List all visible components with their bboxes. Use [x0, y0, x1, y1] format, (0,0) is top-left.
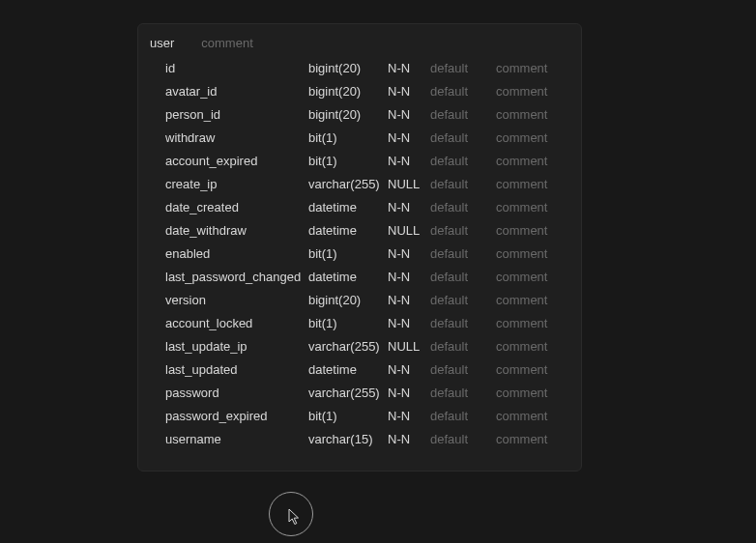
- column-comment[interactable]: comment: [496, 246, 560, 261]
- column-default[interactable]: default: [430, 246, 496, 261]
- column-default[interactable]: default: [430, 177, 496, 191]
- column-name[interactable]: password_expired: [165, 409, 308, 423]
- column-type[interactable]: bit(1): [308, 130, 388, 145]
- column-row[interactable]: account_expiredbit(1)N-Ndefaultcomment: [138, 149, 581, 172]
- column-comment[interactable]: comment: [496, 107, 560, 122]
- column-default[interactable]: default: [430, 61, 496, 75]
- column-nullability[interactable]: N-N: [388, 84, 430, 99]
- column-comment[interactable]: comment: [496, 84, 560, 99]
- column-nullability[interactable]: NULL: [388, 339, 430, 354]
- column-comment[interactable]: comment: [496, 339, 560, 354]
- column-nullability[interactable]: N-N: [388, 270, 430, 284]
- column-name[interactable]: last_update_ip: [165, 339, 308, 354]
- column-default[interactable]: default: [430, 107, 496, 122]
- column-name[interactable]: account_locked: [165, 316, 308, 330]
- column-type[interactable]: varchar(255): [308, 177, 388, 191]
- column-type[interactable]: varchar(255): [308, 386, 388, 400]
- column-row[interactable]: usernamevarchar(15)N-Ndefaultcomment: [138, 427, 581, 450]
- column-name[interactable]: version: [165, 293, 308, 307]
- column-default[interactable]: default: [430, 316, 496, 330]
- column-row[interactable]: last_update_ipvarchar(255)NULLdefaultcom…: [138, 334, 581, 357]
- column-comment[interactable]: comment: [496, 432, 560, 446]
- column-row[interactable]: withdrawbit(1)N-Ndefaultcomment: [138, 126, 581, 149]
- column-type[interactable]: datetime: [308, 223, 388, 238]
- column-comment[interactable]: comment: [496, 154, 560, 168]
- column-comment[interactable]: comment: [496, 362, 560, 377]
- column-name[interactable]: person_id: [165, 107, 308, 122]
- column-row[interactable]: account_lockedbit(1)N-Ndefaultcomment: [138, 311, 581, 334]
- column-type[interactable]: bigint(20): [308, 61, 388, 75]
- column-row[interactable]: idbigint(20)N-Ndefaultcomment: [138, 56, 581, 79]
- column-default[interactable]: default: [430, 409, 496, 423]
- column-name[interactable]: last_password_changed: [165, 270, 308, 284]
- column-type[interactable]: datetime: [308, 362, 388, 377]
- column-default[interactable]: default: [430, 339, 496, 354]
- column-type[interactable]: bit(1): [308, 316, 388, 330]
- column-name[interactable]: password: [165, 386, 308, 400]
- column-comment[interactable]: comment: [496, 316, 560, 330]
- column-type[interactable]: bit(1): [308, 246, 388, 261]
- column-row[interactable]: password_expiredbit(1)N-Ndefaultcomment: [138, 404, 581, 427]
- column-nullability[interactable]: N-N: [388, 246, 430, 261]
- column-row[interactable]: last_updateddatetimeN-Ndefaultcomment: [138, 357, 581, 381]
- column-type[interactable]: datetime: [308, 200, 388, 214]
- column-nullability[interactable]: N-N: [388, 386, 430, 400]
- column-row[interactable]: enabledbit(1)N-Ndefaultcomment: [138, 242, 581, 265]
- column-default[interactable]: default: [430, 200, 496, 214]
- column-row[interactable]: date_withdrawdatetimeNULLdefaultcomment: [138, 218, 581, 242]
- column-type[interactable]: bit(1): [308, 154, 388, 168]
- column-row[interactable]: date_createddatetimeN-Ndefaultcomment: [138, 195, 581, 218]
- column-row[interactable]: person_idbigint(20)N-Ndefaultcomment: [138, 102, 581, 126]
- column-row[interactable]: avatar_idbigint(20)N-Ndefaultcomment: [138, 79, 581, 102]
- column-name[interactable]: date_withdraw: [165, 223, 308, 238]
- column-nullability[interactable]: N-N: [388, 432, 430, 446]
- column-comment[interactable]: comment: [496, 270, 560, 284]
- column-comment[interactable]: comment: [496, 200, 560, 214]
- column-name[interactable]: date_created: [165, 200, 308, 214]
- column-type[interactable]: bigint(20): [308, 84, 388, 99]
- column-comment[interactable]: comment: [496, 61, 560, 75]
- column-type[interactable]: bigint(20): [308, 107, 388, 122]
- column-comment[interactable]: comment: [496, 177, 560, 191]
- column-nullability[interactable]: NULL: [388, 177, 430, 191]
- column-comment[interactable]: comment: [496, 130, 560, 145]
- column-row[interactable]: last_password_changeddatetimeN-Ndefaultc…: [138, 265, 581, 288]
- column-name[interactable]: withdraw: [165, 130, 308, 145]
- column-type[interactable]: datetime: [308, 270, 388, 284]
- column-default[interactable]: default: [430, 432, 496, 446]
- column-default[interactable]: default: [430, 362, 496, 377]
- column-name[interactable]: account_expired: [165, 154, 308, 168]
- column-default[interactable]: default: [430, 84, 496, 99]
- column-nullability[interactable]: N-N: [388, 293, 430, 307]
- column-comment[interactable]: comment: [496, 223, 560, 238]
- table-comment[interactable]: comment: [201, 36, 252, 50]
- table-name[interactable]: user: [150, 36, 174, 50]
- column-name[interactable]: last_updated: [165, 362, 308, 377]
- column-default[interactable]: default: [430, 270, 496, 284]
- column-comment[interactable]: comment: [496, 293, 560, 307]
- column-row[interactable]: create_ipvarchar(255)NULLdefaultcomment: [138, 172, 581, 195]
- column-nullability[interactable]: N-N: [388, 61, 430, 75]
- column-nullability[interactable]: N-N: [388, 409, 430, 423]
- column-type[interactable]: varchar(255): [308, 339, 388, 354]
- column-default[interactable]: default: [430, 154, 496, 168]
- column-default[interactable]: default: [430, 386, 496, 400]
- column-nullability[interactable]: N-N: [388, 107, 430, 122]
- column-type[interactable]: bigint(20): [308, 293, 388, 307]
- column-name[interactable]: username: [165, 432, 308, 446]
- column-nullability[interactable]: NULL: [388, 223, 430, 238]
- column-nullability[interactable]: N-N: [388, 362, 430, 377]
- column-default[interactable]: default: [430, 130, 496, 145]
- column-name[interactable]: create_ip: [165, 177, 308, 191]
- column-comment[interactable]: comment: [496, 386, 560, 400]
- column-nullability[interactable]: N-N: [388, 130, 430, 145]
- column-type[interactable]: bit(1): [308, 409, 388, 423]
- column-comment[interactable]: comment: [496, 409, 560, 423]
- column-default[interactable]: default: [430, 293, 496, 307]
- column-nullability[interactable]: N-N: [388, 200, 430, 214]
- column-nullability[interactable]: N-N: [388, 154, 430, 168]
- column-default[interactable]: default: [430, 223, 496, 238]
- column-type[interactable]: varchar(15): [308, 432, 388, 446]
- column-name[interactable]: avatar_id: [165, 84, 308, 99]
- table-panel[interactable]: user comment idbigint(20)N-Ndefaultcomme…: [137, 23, 582, 472]
